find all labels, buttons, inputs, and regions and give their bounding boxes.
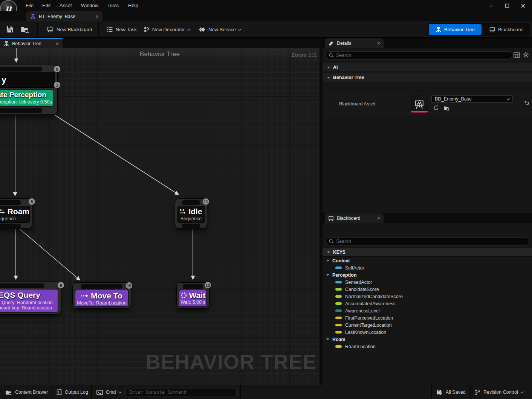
service-title: Update Perception (0, 91, 53, 98)
node-output-pin[interactable] (182, 224, 200, 228)
bt-node-eqs-query[interactable]: EQS Query Query: Query_RandomLocation Bl… (0, 282, 61, 315)
blackboard-mode-button[interactable]: Blackboard (483, 24, 529, 35)
details-icon (328, 41, 334, 46)
node-output-pin[interactable] (0, 108, 42, 113)
move-to-icon (81, 294, 89, 298)
key-color-pill (335, 331, 342, 334)
save-button[interactable] (6, 21, 14, 37)
blackboard-key-firstperceivedlocation[interactable]: FirstPerceivedLocation (323, 314, 532, 321)
panel-divider[interactable] (320, 38, 323, 385)
sequence-icon (0, 209, 5, 214)
use-selected-asset-icon[interactable] (433, 105, 439, 111)
details-search[interactable] (326, 51, 512, 59)
section-header-behavior-tree[interactable]: Behavior Tree (323, 73, 532, 82)
blackboard-asset-thumbnail[interactable] (411, 96, 428, 113)
bt-node-move-to[interactable]: Move To MoveTo: RoamLocation (72, 282, 131, 309)
service-subtitle: Update Perception: tick every 0.50s (0, 99, 53, 105)
menubar-item-edit[interactable]: Edit (41, 0, 52, 11)
node-body: Move To MoveTo: RoamLocation (75, 290, 128, 307)
details-search-input[interactable] (336, 53, 509, 58)
node-input-pin[interactable] (81, 284, 122, 289)
blackboard-key-normalizedcandidatescore[interactable]: NormalizedCandidateScore (323, 293, 532, 300)
browse-to-asset-button[interactable] (21, 21, 29, 37)
bt-node-idle[interactable]: Idle Sequence (175, 198, 207, 228)
console-command-input[interactable] (125, 388, 237, 396)
bt-node-roam[interactable]: Roam Sequence (0, 198, 32, 228)
output-log-button[interactable]: Output Log (57, 385, 88, 399)
doc-tab-bt-enemy-base[interactable]: BT_Enemy_Base × (26, 11, 102, 21)
close-window-button[interactable] (516, 0, 530, 11)
key-category-context[interactable]: Context (323, 257, 532, 264)
browse-to-asset-icon[interactable] (443, 105, 449, 111)
node-subtitle: MoveTo: RoamLocation (75, 300, 128, 306)
menubar-item-window[interactable]: Window (79, 0, 100, 11)
blackboard-key-roamlocation[interactable]: RoamLocation (323, 343, 532, 350)
service-node-update-perception[interactable]: Update Perception Update Perception: tic… (0, 89, 53, 107)
blackboard-tab-close-icon[interactable]: × (377, 216, 380, 221)
maximize-button[interactable] (500, 0, 514, 11)
graph-tab-close-icon[interactable]: × (56, 41, 59, 46)
blackboard-key-currenttargetlocation[interactable]: CurrentTargetLocation (323, 321, 532, 329)
blackboard-key-lastknownlocation[interactable]: LastKnownLocation (323, 329, 532, 336)
menubar-item-file[interactable]: File (24, 0, 35, 11)
details-tab[interactable]: Details × (325, 38, 384, 48)
keys-header[interactable]: KEYS (323, 248, 532, 257)
blackboard-key-candidatescore[interactable]: CandidateScore (323, 286, 532, 293)
node-input-pin[interactable] (0, 67, 42, 72)
doc-tab-close-icon[interactable]: × (96, 14, 99, 19)
cmd-dropdown-button[interactable]: Cmd (96, 385, 121, 399)
node-output-pin[interactable] (0, 224, 21, 228)
search-icon (329, 239, 334, 244)
blackboard-asset-dropdown[interactable]: BB_Enemy_Base (431, 95, 513, 103)
reset-to-default-icon[interactable] (524, 101, 529, 106)
sequence-icon (180, 209, 186, 214)
key-color-pill (335, 295, 342, 298)
menubar-item-help[interactable]: Help (127, 0, 140, 11)
new-decorator-button[interactable]: New Decorator (144, 21, 190, 37)
node-input-pin[interactable] (0, 283, 44, 288)
key-name: AwarenessLevel (345, 308, 380, 314)
blackboard-key-accumulatedawareness[interactable]: AccumulatedAwareness (323, 300, 532, 307)
graph-tab-behavior-tree[interactable]: Behavior Tree × (0, 38, 63, 48)
wait-icon (180, 292, 187, 298)
minimize-button[interactable] (485, 0, 498, 11)
node-badge: 0 (54, 66, 60, 72)
blackboard-search[interactable] (326, 237, 529, 245)
collapse-triangle-icon (327, 77, 330, 79)
blackboard-tab-label: Blackboard (337, 216, 374, 221)
editor-mode-switcher: Behavior Tree Blackboard (428, 23, 530, 36)
bt-node-root-composite[interactable]: y Update Perception Update Perception: t… (0, 65, 58, 115)
new-task-button[interactable]: New Task (106, 21, 137, 37)
key-name: CandidateScore (345, 287, 379, 292)
key-category-perception[interactable]: Perception (323, 271, 532, 279)
node-input-pin[interactable] (183, 284, 203, 289)
behavior-tree-mode-button[interactable]: Behavior Tree (429, 24, 482, 35)
blackboard-icon (328, 216, 334, 221)
blackboard-tab[interactable]: Blackboard × (325, 213, 384, 223)
all-saved-button[interactable]: All Saved (436, 385, 466, 399)
node-input-pin[interactable] (182, 200, 200, 205)
details-tab-close-icon[interactable]: × (377, 41, 380, 46)
new-blackboard-button[interactable]: New Blackboard (47, 21, 92, 37)
node-badge: 10 (126, 282, 132, 289)
node-header: y (0, 72, 55, 88)
blackboard-search-input[interactable] (336, 239, 526, 244)
details-settings-button[interactable] (523, 52, 529, 58)
menubar-item-tools[interactable]: Tools (106, 0, 120, 11)
menubar-item-asset[interactable]: Asset (58, 0, 73, 11)
content-drawer-button[interactable]: Content Drawer (5, 385, 48, 399)
key-category-roam[interactable]: Roam (323, 336, 532, 343)
section-header-ai[interactable]: AI (323, 63, 532, 72)
node-input-pin[interactable] (0, 200, 21, 205)
blackboard-key-selfactor[interactable]: SelfActor (323, 264, 532, 271)
view-options-button[interactable] (514, 52, 520, 58)
toolbar-separator (37, 22, 38, 37)
statusbar-separator (52, 385, 52, 399)
blackboard-key-sensedactor[interactable]: SensedActor (323, 279, 532, 286)
blackboard-mode-label: Blackboard (498, 27, 523, 32)
revision-control-button[interactable]: Revision Control (475, 385, 523, 399)
new-service-button[interactable]: New Service (199, 21, 241, 37)
graph-canvas[interactable]: Behavior Tree Zoom 1:1 BEHAVIOR TREE (0, 48, 320, 385)
blackboard-key-awarenesslevel[interactable]: AwarenessLevel (323, 307, 532, 314)
blackboard-icon (47, 26, 54, 33)
